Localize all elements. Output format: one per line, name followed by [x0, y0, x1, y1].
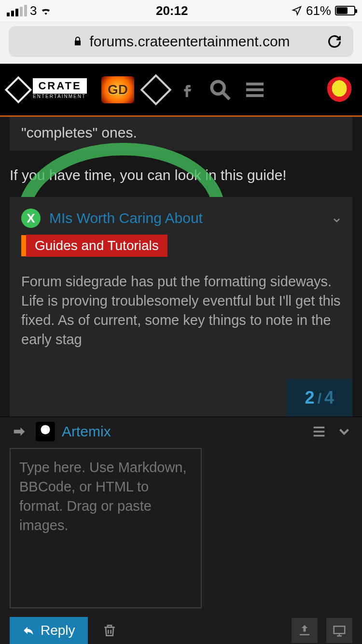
svg-rect-2: [334, 626, 345, 633]
topic-progress[interactable]: 2/4: [287, 379, 352, 417]
facebook-icon[interactable]: [178, 80, 197, 99]
status-bar: 3 20:12 61%: [0, 0, 362, 21]
linked-topic-title[interactable]: MIs Worth Caring About: [49, 210, 203, 226]
home-icon[interactable]: [140, 74, 171, 105]
chevron-down-icon[interactable]: [336, 423, 352, 440]
lock-icon: [72, 35, 84, 48]
progress-total: 4: [324, 388, 334, 407]
crate-logo[interactable]: CRATE ENTERTAINMENT: [9, 77, 91, 102]
reply-icon: [22, 624, 35, 637]
address-host: forums.crateentertainment.com: [89, 33, 290, 50]
chevron-down-icon[interactable]: ⌄: [331, 209, 343, 225]
reply-indicator-icon: [10, 422, 29, 441]
recipient-avatar: [36, 422, 55, 441]
post-text: If you have time, you can look in this g…: [10, 167, 352, 183]
svg-line-1: [223, 93, 230, 99]
battery-percent: 61%: [306, 3, 331, 18]
linked-topic-box[interactable]: X MIs Worth Caring About ⌄ Guides and Tu…: [10, 197, 352, 417]
upload-button[interactable]: [292, 618, 318, 643]
clock: 20:12: [156, 3, 188, 18]
hamburger-icon[interactable]: [243, 78, 266, 101]
address-bar[interactable]: forums.crateentertainment.com: [9, 26, 353, 57]
search-icon[interactable]: [208, 77, 233, 102]
signal-icon: [7, 5, 27, 16]
carrier-label: 3: [30, 3, 37, 18]
trash-button[interactable]: [97, 618, 123, 643]
user-avatar[interactable]: [325, 76, 353, 104]
progress-current: 2: [305, 388, 315, 407]
battery-icon: [335, 6, 355, 15]
location-icon: [292, 5, 302, 16]
browser-chrome-top: forums.crateentertainment.com: [0, 21, 362, 64]
wifi-icon: [40, 4, 52, 17]
gd-logo[interactable]: GD: [101, 76, 134, 103]
quote-text: "completes" ones.: [21, 125, 137, 140]
reply-composer: Artemix Reply: [0, 417, 362, 644]
category-badge[interactable]: Guides and Tutorials: [21, 235, 167, 257]
reply-label: Reply: [41, 623, 75, 638]
composer-textarea[interactable]: [10, 448, 202, 608]
recipient-username[interactable]: Artemix: [62, 423, 111, 440]
post-content: "completes" ones. If you have time, you …: [0, 117, 362, 417]
linked-topic-excerpt: Forum sidegrade has put the formatting s…: [21, 272, 341, 349]
reply-button[interactable]: Reply: [10, 617, 88, 644]
reload-icon[interactable]: [326, 33, 343, 50]
category-label: Guides and Tutorials: [26, 235, 167, 257]
desktop-button[interactable]: [326, 618, 352, 643]
topic-author-avatar: X: [21, 209, 41, 228]
site-header: CRATE ENTERTAINMENT GD: [0, 64, 362, 117]
list-icon[interactable]: [311, 423, 327, 440]
svg-point-0: [212, 81, 224, 94]
quoted-block: "completes" ones.: [10, 117, 352, 151]
